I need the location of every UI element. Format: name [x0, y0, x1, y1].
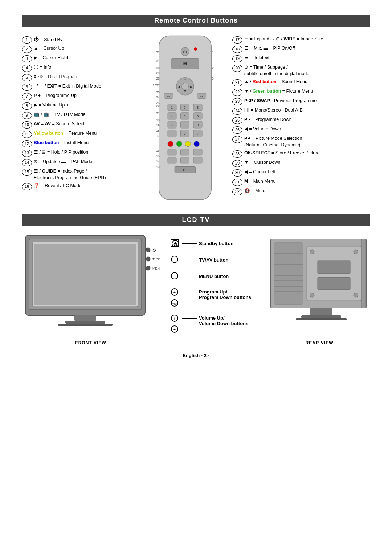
right-text-23: P<P / SWAP =Previous Programme: [244, 98, 370, 104]
svg-text:+/-: +/-: [196, 132, 200, 135]
label-item-14: 14 ⊠ = Update / ▬ = PAP Mode: [22, 159, 138, 166]
svg-text:0: 0: [184, 131, 185, 135]
label-text-15: ☰ / GUIDE = Index Page /Electronic Progr…: [34, 168, 138, 181]
svg-text:5: 5: [184, 114, 185, 118]
right-label-29: 29 ▼ = Cursor Down: [232, 159, 370, 167]
label-text-2: ▲ = Cursor Up: [34, 45, 138, 52]
svg-point-11: [194, 47, 197, 51]
standby-circle-icon: ⏻: [171, 239, 179, 247]
right-num-22: 22: [232, 89, 242, 96]
right-label-31: 31 M = Main Menu: [232, 178, 370, 186]
svg-text:16: 16: [156, 149, 160, 153]
svg-text:P+: P+: [200, 95, 203, 98]
svg-text:18: 18: [156, 129, 160, 133]
left-labels: 1 ⏻ = Stand By 2 ▲ = Cursor Up 3 ▶ = Cur…: [22, 32, 138, 207]
svg-text:6: 6: [197, 114, 199, 118]
label-num-11: 11: [22, 131, 32, 138]
svg-text:3: 3: [212, 77, 214, 80]
svg-text:MENU: MENU: [152, 267, 160, 270]
svg-rect-64: [181, 149, 189, 155]
label-num-5: 5: [22, 74, 32, 81]
svg-rect-116: [318, 261, 350, 274]
svg-point-86: [146, 266, 150, 270]
svg-point-61: [185, 141, 191, 147]
right-num-18: 18: [232, 46, 242, 53]
right-text-22: ▼ / Green button = Picture Menu: [244, 88, 370, 95]
standby-label: Standby button: [199, 241, 233, 246]
right-label-25: 25 P - = Programme Down: [232, 117, 370, 124]
svg-text:28: 28: [156, 77, 160, 80]
svg-text:P/CH: P/CH: [171, 302, 178, 305]
svg-text:3: 3: [197, 105, 199, 109]
label-text-10: AV = AV = Source Select: [34, 121, 138, 127]
right-label-24: 24 I-II = Mono/Stereo - Dual A-B: [232, 107, 370, 115]
svg-text:13: 13: [156, 165, 160, 169]
label-num-4: 4: [22, 65, 32, 72]
label-text-4: ⓘ = Info: [34, 64, 138, 71]
svg-rect-100: [274, 243, 303, 304]
label-item-9: 9 📺 / 📺 = TV / DTV Mode: [22, 112, 138, 119]
remote-section: 1 ⏻ = Stand By 2 ▲ = Cursor Up 3 ▶ = Cur…: [22, 32, 370, 207]
page: Remote Control Buttons 1 ⏻ = Stand By 2 …: [0, 0, 392, 373]
volume-btn-row: + Volume Up/Volume Down buttons: [171, 314, 258, 333]
standby-connector: [182, 243, 197, 244]
label-num-12: 12: [22, 140, 32, 147]
svg-text:4: 4: [171, 114, 173, 118]
right-num-17: 17: [232, 36, 242, 44]
program-btn-row: + P/CH Program Up/Program Down buttons: [171, 288, 258, 307]
label-text-11: Yellow button = Feature Menu: [34, 130, 138, 137]
label-num-8: 8: [22, 102, 32, 110]
svg-point-113: [354, 250, 358, 254]
svg-text:7: 7: [171, 123, 173, 127]
label-item-13: 13 ☰ / ⊞ = Hold / PIP position: [22, 149, 138, 157]
svg-rect-118: [361, 239, 366, 308]
right-label-21: 21 ▲ / Red button = Sound Menu: [232, 79, 370, 86]
right-text-24: I-II = Mono/Stereo - Dual A-B: [244, 107, 370, 114]
right-text-19: ☰ = Teletext: [244, 55, 370, 61]
label-text-16: ❓ = Reveal / PC Mode: [34, 183, 138, 189]
right-num-19: 19: [232, 55, 242, 62]
svg-text:27: 27: [156, 84, 160, 87]
label-text-8: ▶ = Volume Up +: [34, 102, 138, 109]
svg-text:29: 29: [156, 71, 160, 75]
label-text-5: 0 - 9 = Direct Program: [34, 74, 138, 80]
svg-point-82: [146, 248, 150, 252]
svg-text:31: 31: [156, 59, 160, 63]
right-label-26: 26 ◀ = Volume Down: [232, 126, 370, 134]
svg-text:⏻: ⏻: [183, 49, 187, 54]
svg-text:15: 15: [156, 154, 160, 158]
label-text-9: 📺 / 📺 = TV / DTV Mode: [34, 112, 138, 118]
svg-text:25: 25: [156, 90, 160, 94]
right-text-32: 🔇 = Mute: [244, 188, 370, 194]
svg-text:◀: ◀: [178, 85, 180, 89]
label-text-7: P + = Programme Up: [34, 93, 138, 99]
right-text-18: ☰ = Mix, ▬ = PIP On/Off: [244, 45, 370, 52]
svg-point-91: [171, 272, 178, 279]
right-num-27: 27: [232, 136, 242, 143]
svg-point-115: [354, 293, 358, 297]
remote-section-header: Remote Control Buttons: [22, 15, 370, 27]
tvav-label: TV/AV button: [199, 257, 228, 263]
svg-text:⏻: ⏻: [173, 242, 177, 246]
rear-view-label: REAR VIEW: [269, 340, 370, 345]
menu-btn-row: MENU button: [171, 272, 258, 281]
label-num-13: 13: [22, 150, 32, 157]
right-num-25: 25: [232, 117, 242, 124]
svg-point-60: [176, 141, 182, 147]
right-text-20: ⊙ = Time / Subpage /subtitle on/off in t…: [244, 64, 370, 77]
right-text-27: PP = Picture Mode Selection(Natural, Cin…: [244, 135, 370, 148]
svg-text:2: 2: [212, 66, 214, 70]
svg-text:⏻: ⏻: [152, 248, 156, 252]
label-item-3: 3 ▶ = Cursor Right: [22, 55, 138, 62]
program-label: Program Up/Program Down buttons: [199, 289, 251, 300]
svg-text:20: 20: [156, 118, 160, 122]
label-item-11: 11 Yellow button = Feature Menu: [22, 130, 138, 138]
svg-text:2: 2: [184, 105, 185, 109]
svg-rect-79: [74, 315, 96, 321]
volume-label: Volume Up/Volume Down buttons: [199, 315, 248, 326]
label-text-13: ☰ / ⊞ = Hold / PIP position: [34, 149, 138, 156]
tv-front-view: ⏻ TV/AV MENU FRONT VIEW: [22, 232, 160, 345]
svg-text:TV/AV: TV/AV: [152, 258, 160, 261]
right-num-29: 29: [232, 160, 242, 167]
svg-text:P -: P -: [183, 168, 187, 171]
